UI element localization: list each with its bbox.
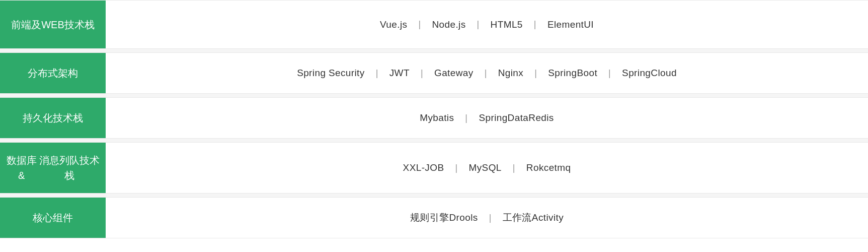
tech-stack-row-1: 前端及WEB技术栈Vue.js|Node.js|HTML5|ElementUI [0,0,868,49]
separator: | [608,68,611,79]
content-cell-1: Vue.js|Node.js|HTML5|ElementUI [106,1,868,48]
row-gap [0,194,868,198]
separator: | [465,113,467,123]
separator: | [489,213,492,223]
tech-list-5: 规则引擎Drools|工作流Activity [410,211,564,224]
separator: | [513,163,515,173]
tech-item: SpringDataRedis [479,112,554,123]
tech-item: MySQL [469,162,502,173]
separator: | [418,19,421,30]
tech-item: ElementUI [547,19,594,30]
row-gap [0,49,868,53]
tech-item: 规则引擎Drools [410,211,478,224]
content-cell-4: XXL-JOB|MySQL|Rokcetmq [106,143,868,193]
tech-item: Gateway [434,68,474,79]
label-cell-3: 持久化技术栈 [0,98,106,138]
tech-item: Vue.js [380,19,407,30]
tech-item: SpringCloud [622,68,677,79]
separator: | [455,163,457,173]
separator: | [477,19,480,30]
tech-item: HTML5 [491,19,523,30]
tech-item: 工作流Activity [503,211,564,224]
label-cell-2: 分布式架构 [0,53,106,93]
content-cell-3: Mybatis|SpringDataRedis [106,98,868,138]
tech-stack-row-2: 分布式架构Spring Security|JWT|Gateway|Nginx|S… [0,53,868,94]
tech-item: Rokcetmq [526,162,571,173]
tech-item: Spring Security [297,68,365,79]
tech-list-1: Vue.js|Node.js|HTML5|ElementUI [380,19,594,30]
label-cell-4: 数据库&消息列队技术栈 [0,143,106,193]
tech-stack-table: 前端及WEB技术栈Vue.js|Node.js|HTML5|ElementUI分… [0,0,868,238]
label-cell-5: 核心组件 [0,198,106,238]
tech-list-3: Mybatis|SpringDataRedis [420,112,554,123]
tech-stack-row-5: 核心组件规则引擎Drools|工作流Activity [0,198,868,238]
content-cell-5: 规则引擎Drools|工作流Activity [106,198,868,238]
tech-item: Mybatis [420,112,454,123]
tech-item: XXL-JOB [403,162,444,173]
separator: | [534,19,536,30]
tech-list-2: Spring Security|JWT|Gateway|Nginx|Spring… [297,68,677,79]
tech-list-4: XXL-JOB|MySQL|Rokcetmq [403,162,571,173]
row-gap [0,139,868,143]
tech-stack-row-3: 持久化技术栈Mybatis|SpringDataRedis [0,98,868,139]
tech-item: Nginx [498,68,523,79]
separator: | [376,68,378,79]
separator: | [485,68,487,79]
row-gap [0,94,868,98]
separator: | [534,68,537,79]
tech-item: Node.js [432,19,465,30]
content-cell-2: Spring Security|JWT|Gateway|Nginx|Spring… [106,53,868,93]
tech-item: JWT [389,68,410,79]
separator: | [421,68,423,79]
tech-stack-row-4: 数据库&消息列队技术栈XXL-JOB|MySQL|Rokcetmq [0,143,868,194]
label-cell-1: 前端及WEB技术栈 [0,1,106,48]
tech-item: SpringBoot [548,68,597,79]
